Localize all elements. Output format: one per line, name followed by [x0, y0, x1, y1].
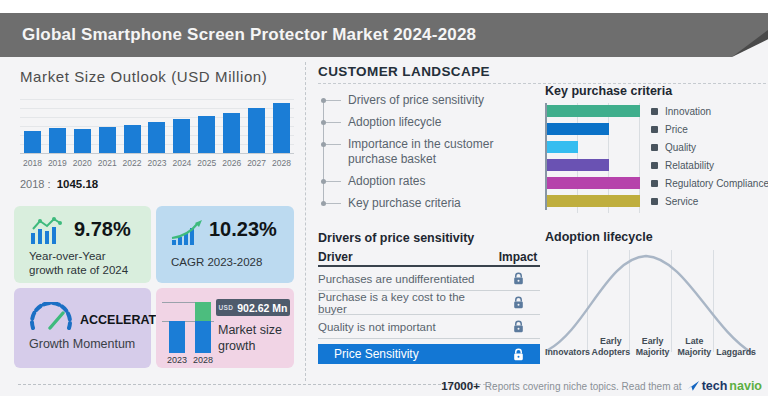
landscape-item: Adoption lifecycle	[318, 115, 523, 130]
driver-label: Purchases are undifferentiated	[318, 273, 496, 285]
bullet-dash	[326, 203, 341, 204]
customer-landscape-divider	[318, 83, 766, 84]
key-purchase-bar-chart	[547, 105, 640, 213]
driver-label: Purchase is a key cost to the buyer	[318, 291, 496, 315]
tick-2022: 2022	[120, 158, 145, 168]
growth-label-line2: growth	[218, 339, 256, 353]
legend-square-icon	[651, 144, 658, 151]
legend-square-icon	[651, 198, 658, 205]
price-sensitivity-row: Price Sensitivity	[318, 344, 540, 364]
adoption-stage-labels: Innovators EarlyAdopters EarlyMajority L…	[545, 336, 757, 358]
stage-line: Late	[685, 336, 703, 347]
badge-currency: USD	[219, 304, 234, 311]
market-size-bars	[20, 99, 294, 153]
legend-label: Quality	[665, 142, 696, 153]
bullet-dash	[326, 122, 341, 123]
stage-line: Early	[600, 336, 622, 347]
drivers-table-header: Driver Impact	[318, 249, 540, 267]
base-year-separator: :	[48, 178, 51, 190]
base-year-value: 2018 : 1045.18	[20, 178, 98, 190]
base-year-number: 1045.18	[57, 178, 99, 190]
bar-2018	[24, 131, 41, 153]
adoption-lifecycle-title: Adoption lifecycle	[545, 230, 653, 244]
lock-icon	[496, 320, 540, 333]
badge-value: 902.62 Mn	[237, 302, 287, 314]
tick-2018: 2018	[20, 158, 45, 168]
legend-item: Regulatory Compliance	[651, 174, 768, 192]
growth-bar-2028-growth	[195, 302, 211, 321]
cagr-label: CAGR 2023-2028	[171, 255, 262, 269]
landscape-item-label: Adoption rates	[348, 174, 425, 189]
legend-square-icon	[651, 180, 658, 187]
kp-bar-price	[547, 123, 609, 135]
bar-2022	[124, 125, 141, 153]
market-size-bar-chart	[20, 99, 294, 154]
yoy-label: Year-over-Year growth rate of 2024	[29, 249, 128, 277]
legend-square-icon	[651, 126, 658, 133]
lock-icon	[496, 348, 540, 361]
landscape-item: Importance in the customer purchase bask…	[318, 137, 523, 167]
page-title: Global Smartphone Screen Protector Marke…	[22, 13, 476, 57]
footer-text: Reports covering niche topics. Read them…	[485, 381, 682, 392]
landscape-item: Drivers of price sensitivity	[318, 93, 523, 108]
vertical-divider	[305, 62, 306, 381]
growth-label: Market size growth	[218, 322, 282, 354]
landscape-item: Adoption rates	[318, 174, 523, 189]
col-impact: Impact	[496, 250, 540, 264]
bar-2023	[148, 122, 165, 153]
speedometer-icon	[28, 302, 74, 330]
growth-year-2028: 2028	[188, 355, 218, 365]
kp-bar-regulatory	[547, 177, 640, 189]
stage-label: EarlyMajority	[632, 336, 674, 358]
drivers-table-title: Drivers of price sensitivity	[318, 231, 474, 245]
legend-square-icon	[651, 108, 658, 115]
kp-bar-service	[547, 195, 640, 207]
table-row: Purchases are undifferentiated	[318, 267, 540, 291]
col-driver: Driver	[318, 250, 496, 264]
legend-square-icon	[651, 162, 658, 169]
momentum-label: Growth Momentum	[29, 337, 135, 351]
table-row: Purchase is a key cost to the buyer	[318, 291, 540, 315]
growth-value-badge: USD 902.62 Mn	[216, 299, 290, 316]
bar-2019	[49, 128, 66, 153]
growth-label-line1: Market size	[218, 323, 282, 337]
brand-navio: navio	[729, 379, 762, 393]
legend-label: Regulatory Compliance	[665, 178, 768, 189]
stage-label: Laggards	[715, 336, 757, 358]
yoy-value: 9.78%	[74, 218, 131, 241]
bar-2025	[198, 116, 215, 153]
bar-2024	[173, 119, 190, 153]
technavio-logo: technavio	[687, 379, 762, 393]
highlight-label: Price Sensitivity	[318, 347, 496, 361]
header-bar: Global Smartphone Screen Protector Marke…	[0, 13, 768, 57]
lock-icon	[496, 272, 540, 285]
bar-2021	[99, 127, 116, 153]
stage-label: Innovators	[545, 336, 590, 358]
bar-2020	[74, 129, 91, 153]
cagr-value: 10.23%	[209, 218, 277, 241]
tick-2026: 2026	[219, 158, 244, 168]
drivers-table: Driver Impact Purchases are undifferenti…	[318, 249, 540, 364]
stage-label: EarlyAdopters	[590, 336, 632, 358]
legend-item: Innovation	[651, 102, 768, 120]
bar-2027	[248, 108, 265, 153]
tick-2023: 2023	[145, 158, 170, 168]
tick-2024: 2024	[169, 158, 194, 168]
yoy-label-line2: growth rate of 2024	[29, 264, 128, 276]
legend-label: Innovation	[665, 106, 711, 117]
growth-bar-2028-base	[195, 321, 211, 353]
stage-line: Majority	[678, 347, 712, 358]
legend-label: Service	[665, 196, 698, 207]
legend-item: Quality	[651, 138, 768, 156]
bar-growth-icon	[29, 216, 67, 246]
landscape-item-label: Adoption lifecycle	[348, 115, 441, 130]
key-purchase-title: Key purchase criteria	[545, 84, 672, 98]
footer-divider	[18, 384, 496, 385]
landscape-item: Key purchase criteria	[318, 196, 523, 211]
bar-2026	[223, 113, 240, 153]
tick-2021: 2021	[95, 158, 120, 168]
bar-2028	[273, 103, 290, 153]
tick-2020: 2020	[70, 158, 95, 168]
landscape-item-label: Drivers of price sensitivity	[348, 93, 484, 108]
technavio-arrow-icon	[687, 380, 700, 392]
